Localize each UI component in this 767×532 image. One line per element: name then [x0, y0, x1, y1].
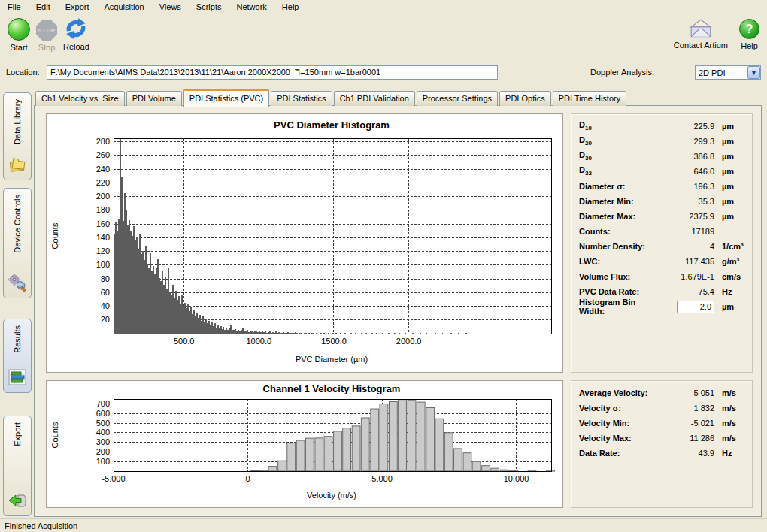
stat-row: LWC:117.435g/m³ [571, 254, 752, 269]
svg-text:400: 400 [96, 428, 110, 437]
tab-pdi-time-history[interactable]: PDI Time History [553, 91, 627, 106]
stat-row: Velocity Min:-5 021m/s [571, 416, 752, 431]
stat-unit: m/s [714, 434, 747, 443]
location-input[interactable] [47, 65, 498, 80]
menu-views[interactable]: Views [152, 1, 189, 13]
stat-row: D30386.8µm [571, 149, 752, 164]
stat-value: 646.0 [656, 167, 714, 176]
stat-value: 1.679E-1 [656, 272, 714, 281]
stat-label: Diameter σ: [579, 182, 656, 191]
stat-value: 196.3 [656, 182, 714, 191]
diameter-stats-panel: D10225.9µmD20299.3µmD30386.8µmD32646.0µm… [571, 113, 753, 373]
stat-value: 117.435 [656, 257, 714, 266]
tab-pdi-statistics[interactable]: PDI Statistics [271, 91, 332, 106]
svg-text:0: 0 [245, 474, 250, 483]
sidebar-item-label: Results [13, 325, 22, 353]
velocity-histogram-chart: 100200300400500600700-5.00005.00010.000C… [47, 396, 562, 489]
tab-pdi-volume[interactable]: PDI Volume [126, 91, 182, 106]
stat-row: Velocity σ:1 832m/s [571, 401, 752, 416]
tab-ch1-pdi-validation[interactable]: Ch1 PDI Validation [334, 91, 415, 106]
stop-button: STOP Stop [36, 18, 57, 52]
stat-row: Counts:17189 [571, 224, 752, 239]
pvc-diameter-histogram-panel: PVC Diameter Histogram 20406080100120140… [46, 113, 563, 373]
stat-unit: m/s [714, 388, 747, 397]
sidebar-item-label: Export [13, 422, 22, 446]
stat-label: LWC: [579, 257, 656, 266]
stat-value [656, 301, 714, 313]
help-button[interactable]: ? Help [739, 19, 759, 50]
menu-scripts[interactable]: Scripts [189, 1, 229, 13]
stat-value: 1 832 [656, 404, 714, 413]
velocity-xaxis-label: Velocity (m/s) [113, 491, 550, 500]
svg-text:5.000: 5.000 [371, 474, 393, 483]
stat-value: 75.4 [656, 287, 714, 296]
stat-unit: cm/s [714, 272, 747, 281]
sidebar-item-export[interactable]: Export [3, 416, 32, 516]
stat-row: D10225.9µm [571, 119, 752, 134]
stat-label: Histogram Bin Width: [579, 298, 656, 316]
reload-button[interactable]: Reload [63, 17, 89, 51]
toolbar: Start STOP Stop Reload Contact Artium ? [0, 14, 767, 62]
menu-help[interactable]: Help [274, 1, 307, 13]
menu-edit[interactable]: Edit [29, 1, 58, 13]
menu-network[interactable]: Network [229, 1, 274, 13]
doppler-analysis-label: Doppler Analysis: [590, 68, 654, 77]
sidebar-item-data-library[interactable]: Data Library [3, 92, 32, 180]
stat-label: Diameter Min: [579, 197, 656, 206]
stat-label: Volume Flux: [579, 272, 656, 281]
menu-file[interactable]: File [0, 1, 29, 13]
stat-label: Diameter Max: [579, 212, 656, 221]
stat-unit: µm [714, 197, 747, 206]
svg-text:140: 140 [96, 233, 110, 242]
stat-unit: µm [714, 122, 747, 131]
chevron-down-icon[interactable]: ▼ [747, 66, 760, 79]
status-bar: Finished Acquisition [0, 518, 767, 532]
histogram-bin-width-input[interactable] [677, 301, 714, 313]
gears-icon [8, 273, 27, 294]
reload-button-label: Reload [63, 42, 89, 51]
stat-unit: 1/cm³ [714, 242, 747, 251]
svg-text:100: 100 [96, 457, 110, 466]
sidebar-item-label: Data Library [13, 99, 22, 144]
svg-text:220: 220 [96, 178, 110, 187]
contact-artium-label: Contact Artium [674, 41, 728, 50]
svg-text:500.0: 500.0 [174, 337, 195, 346]
tab-pdi-optics[interactable]: PDI Optics [499, 91, 551, 106]
svg-text:200: 200 [96, 447, 110, 456]
sidebar-item-results[interactable]: Results [3, 319, 32, 393]
menu-export[interactable]: Export [58, 1, 97, 13]
svg-text:240: 240 [96, 165, 110, 174]
stat-unit: m/s [714, 404, 747, 413]
stat-value: 5 051 [656, 388, 714, 397]
contact-artium-button[interactable]: Contact Artium [674, 19, 728, 50]
start-button[interactable]: Start [8, 18, 30, 52]
start-icon [8, 18, 30, 41]
stat-unit: µm [714, 302, 747, 311]
tab-pdi-statistics-pvc[interactable]: PDI Statistics (PVC) [183, 89, 269, 107]
tab-ch1-velocity-vs-size[interactable]: Ch1 Velocity vs. Size [35, 91, 125, 106]
pvc-diameter-histogram-title: PVC Diameter Histogram [113, 119, 550, 131]
stop-icon: STOP [36, 20, 57, 41]
sidebar-item-device-controls[interactable]: Device Controls [3, 188, 32, 298]
stat-value: 299.3 [656, 137, 714, 146]
app-window: FileEditExportAcquisitionViewsScriptsNet… [0, 0, 767, 532]
svg-text:20: 20 [101, 315, 110, 324]
stat-unit: g/m³ [714, 257, 747, 266]
menu-bar: FileEditExportAcquisitionViewsScriptsNet… [0, 0, 767, 14]
menu-acquisition[interactable]: Acquisition [97, 1, 152, 13]
start-button-label: Start [10, 43, 27, 52]
stat-label: Velocity Min: [579, 419, 656, 428]
location-row: Location: Doppler Analysis: 2D PDI ▼ [0, 62, 767, 84]
tab-processor-settings[interactable]: Processor Settings [417, 91, 498, 106]
stat-label: D20 [579, 135, 656, 147]
stat-row: D20299.3µm [571, 134, 752, 149]
stat-row: Diameter Min:35.3µm [571, 194, 752, 209]
tab-strip: Ch1 Velocity vs. SizePDI VolumePDI Stati… [35, 88, 628, 106]
doppler-analysis-dropdown[interactable]: 2D PDI ▼ [695, 65, 761, 80]
stat-row: Histogram Bin Width:µm [571, 299, 752, 314]
stat-label: D32 [579, 165, 656, 177]
stat-unit: Hz [714, 449, 747, 458]
stat-label: D30 [579, 150, 656, 162]
stat-label: Counts: [579, 227, 656, 236]
svg-text:Counts: Counts [50, 422, 59, 448]
